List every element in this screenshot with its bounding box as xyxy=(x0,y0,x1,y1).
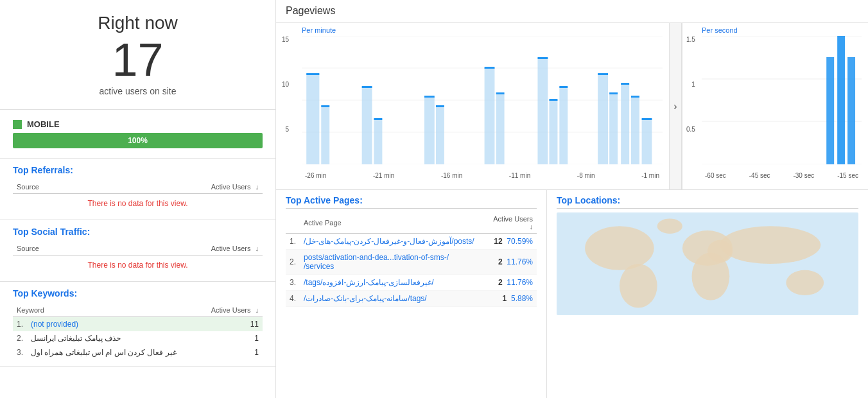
right-now-title: Right now xyxy=(13,13,263,33)
keyword-count: 11 xyxy=(200,317,263,332)
svg-rect-23 xyxy=(549,100,557,164)
map-svg xyxy=(557,212,858,315)
svg-rect-9 xyxy=(362,87,372,164)
top-active-pages-title: Top Active Pages: xyxy=(286,195,537,209)
svg-rect-33 xyxy=(631,97,639,164)
pages-users-col: Active Users ↓ xyxy=(482,212,537,234)
svg-rect-22 xyxy=(537,57,548,59)
page-link[interactable]: /tags/سامانه-پیامک-برای-بانک-صادرات/ xyxy=(304,294,427,303)
page-pct: 70.59% xyxy=(507,237,533,246)
svg-rect-29 xyxy=(609,94,618,164)
arrow-icon: › xyxy=(673,101,677,112)
page-num: 1. xyxy=(286,234,300,250)
svg-point-48 xyxy=(692,252,730,300)
svg-rect-19 xyxy=(496,94,505,164)
svg-rect-42 xyxy=(837,36,845,164)
social-no-data: There is no data for this view. xyxy=(13,255,263,275)
x-axis-labels-second: -60 sec -45 sec -30 sec -15 sec xyxy=(702,172,862,179)
svg-rect-7 xyxy=(321,107,329,164)
per-minute-chart: Per minute 15 10 5 xyxy=(276,23,669,189)
svg-rect-14 xyxy=(424,96,435,98)
svg-rect-25 xyxy=(559,87,568,164)
pageviews-section: Pageviews xyxy=(276,0,868,23)
keyword-text: حذف پیامک تبلیغاتی ایرانسل xyxy=(27,331,200,345)
page-count: 12 xyxy=(494,237,502,246)
keyword-col: Keyword xyxy=(13,304,200,317)
referrals-no-data: There is no data for this view. xyxy=(13,194,263,214)
pages-num-col xyxy=(286,212,300,234)
svg-rect-10 xyxy=(362,86,372,88)
per-minute-svg xyxy=(302,36,663,164)
y-label-5: 5 xyxy=(286,126,290,133)
svg-rect-30 xyxy=(609,92,618,94)
keywords-table: Keyword Active Users ↓ 1. (not provided)… xyxy=(13,304,263,359)
page-row: 1. /posts/آموزش-فعال-و-غیرفعال-کردن-پیام… xyxy=(286,234,537,250)
svg-rect-20 xyxy=(496,92,505,94)
mobile-label-text: MOBILE xyxy=(27,119,60,129)
referrals-source-col: Source xyxy=(13,180,101,194)
right-now-section: Right now 17 active users on site xyxy=(0,6,275,110)
svg-point-49 xyxy=(585,226,654,270)
page-url[interactable]: /posts/آموزش-فعال-و-غیرفعال-کردن-پیامک-ه… xyxy=(300,234,482,250)
svg-rect-43 xyxy=(847,57,855,164)
svg-rect-41 xyxy=(826,57,834,164)
top-active-pages: Top Active Pages: Active Page Active Use… xyxy=(276,190,547,398)
keyword-num: 1. xyxy=(13,317,27,332)
sort-arrow-icon-2: ↓ xyxy=(256,245,259,252)
page-link[interactable]: /posts/آموزش-فعال-و-غیرفعال-کردن-پیامک-ه… xyxy=(304,237,474,246)
svg-rect-16 xyxy=(436,105,444,107)
page-stats: 2 11.76% xyxy=(482,275,537,291)
svg-point-51 xyxy=(657,219,682,234)
top-locations: Top Locations: xyxy=(547,190,868,398)
mobile-section: MOBILE 100% xyxy=(0,110,275,159)
svg-rect-11 xyxy=(374,119,382,164)
y-label-15: 15 xyxy=(282,36,289,43)
top-social-table: Source Active Users ↓ There is no data f… xyxy=(13,242,263,275)
keyword-text: غیر فعال کردن اس ام اس تبلیغاتی همراه او… xyxy=(27,345,200,359)
collapse-arrow[interactable]: › xyxy=(669,23,682,189)
page-url[interactable]: /غیرفعالسازی-پیامک-ارزش-افزوده/tags/ xyxy=(300,275,482,291)
page-pct: 11.76% xyxy=(507,257,533,266)
svg-rect-35 xyxy=(642,119,652,164)
sort-arrow-icon-3: ↓ xyxy=(256,306,259,314)
page-num: 2. xyxy=(286,250,300,275)
top-referrals-section: Top Referrals: Source Active Users ↓ The… xyxy=(0,159,275,220)
x-axis-labels-minute: -26 min -21 min -16 min -11 min -8 min -… xyxy=(302,172,663,179)
charts-container: Per minute 15 10 5 xyxy=(276,23,868,190)
progress-bar: 100% xyxy=(13,133,263,148)
right-now-label: active users on site xyxy=(13,86,263,96)
svg-rect-15 xyxy=(436,107,444,164)
page-pct: 5.88% xyxy=(511,294,533,303)
y-label-10: 10 xyxy=(282,81,289,88)
per-second-svg xyxy=(702,36,862,164)
social-source-col: Source xyxy=(13,242,101,255)
svg-rect-17 xyxy=(485,68,495,164)
svg-rect-27 xyxy=(598,74,608,164)
page-url[interactable]: /tags/سامانه-پیامک-برای-بانک-صادرات/ xyxy=(300,291,482,307)
svg-rect-13 xyxy=(424,97,435,164)
top-keywords-title: Top Keywords: xyxy=(13,288,263,298)
keyword-row: 2. حذف پیامک تبلیغاتی ایرانسل 1 xyxy=(13,331,263,345)
svg-rect-18 xyxy=(485,67,495,69)
page-url[interactable]: /posts/activation-and-dea...tivation-of-… xyxy=(300,250,482,275)
keyword-link[interactable]: (not provided) xyxy=(31,320,78,329)
pages-table: Active Page Active Users ↓ 1. /posts/آمو… xyxy=(286,212,537,307)
per-second-label: Per second xyxy=(702,26,862,34)
keyword-num: 2. xyxy=(13,331,27,345)
page-stats: 12 70.59% xyxy=(482,234,537,250)
keyword-num: 3. xyxy=(13,345,27,359)
map-area xyxy=(557,212,858,315)
right-now-number: 17 xyxy=(13,37,263,83)
keyword-text[interactable]: (not provided) xyxy=(27,317,200,332)
page-row: 2. /posts/activation-and-dea...tivation-… xyxy=(286,250,537,275)
page-count: 1 xyxy=(503,294,507,303)
svg-point-47 xyxy=(720,226,821,264)
referrals-users-col: Active Users ↓ xyxy=(101,180,263,194)
page-count: 2 xyxy=(498,257,503,266)
page-link[interactable]: /posts/activation-and-dea...tivation-of-… xyxy=(304,253,449,271)
top-referrals-title: Top Referrals: xyxy=(13,165,263,175)
svg-rect-6 xyxy=(306,73,319,75)
pageviews-title: Pageviews xyxy=(286,5,858,17)
page-link[interactable]: /غیرفعالسازی-پیامک-ارزش-افزوده/tags/ xyxy=(304,278,434,287)
sort-arrow-icon: ↓ xyxy=(256,183,259,191)
